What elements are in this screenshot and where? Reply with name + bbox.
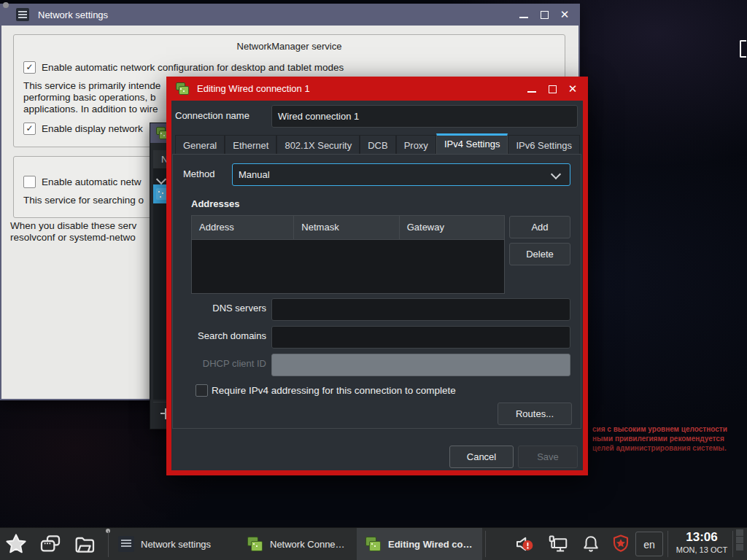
close-icon[interactable]: ✕: [560, 9, 570, 20]
search-domains-label: Search domains: [171, 330, 266, 341]
maximize-icon[interactable]: [547, 84, 557, 94]
tab-8021x-security[interactable]: 802.1X Security: [276, 135, 360, 155]
auto-network-checkbox-label: Enable automatic network configuration f…: [42, 62, 344, 73]
search-domains-input[interactable]: [271, 326, 570, 349]
security-shield-icon[interactable]: [610, 533, 632, 555]
tab-ipv4-settings[interactable]: IPv4 Settings: [436, 133, 508, 155]
connection-name-input[interactable]: Wired connection 1: [271, 105, 578, 128]
tab-general[interactable]: General: [175, 135, 225, 155]
close-icon[interactable]: ✕: [568, 84, 578, 94]
edit-connection-dialog: Editing Wired connection 1 ✕ Connection …: [166, 77, 588, 475]
clock-time: 13:06: [670, 530, 734, 545]
addresses-label: Addresses: [191, 198, 239, 209]
keyboard-layout-indicator[interactable]: en: [635, 532, 663, 556]
address-column-header[interactable]: Address: [192, 216, 294, 239]
auto-network-checkbox[interactable]: ✓: [23, 61, 36, 74]
addresses-table-header: Address Netmask Gateway: [192, 216, 504, 240]
netmask-column-header[interactable]: Netmask: [294, 216, 399, 239]
wired-network-icon[interactable]: [547, 533, 569, 555]
search-desc: This service for searching o: [23, 195, 144, 206]
footer-line2: resolvconf or systemd-netwo: [10, 232, 136, 243]
add-button[interactable]: Add: [509, 216, 570, 238]
method-label: Method: [183, 168, 214, 179]
separator: [485, 531, 486, 557]
service-desc-line3: applications. In addition to wire: [23, 104, 158, 114]
notifications-bell-icon[interactable]: [580, 533, 602, 555]
separator: [732, 531, 733, 557]
tab-dcb[interactable]: DCB: [360, 135, 395, 155]
tab-ethernet[interactable]: Ethernet: [225, 135, 276, 155]
tab-ipv6-settings[interactable]: IPv6 Settings: [508, 135, 580, 155]
desktop: сия с высоким уровнем целостности ными п…: [0, 0, 747, 560]
dns-servers-input[interactable]: [271, 298, 570, 321]
auto-search-checkbox-label: Enable automatic netw: [42, 176, 142, 187]
service-desc-line2: performing basic operations, b: [23, 92, 156, 103]
chevron-down-icon: [551, 169, 561, 179]
minimize-icon[interactable]: [519, 9, 529, 20]
network-settings-app-icon: [16, 8, 29, 21]
connection-name-label: Connection name: [175, 110, 249, 121]
require-ipv4-checkbox-label: Require IPv4 addressing for this connect…: [212, 385, 456, 396]
watermark-line: целей администрирования системы.: [592, 443, 727, 453]
clock[interactable]: 13:06 MON, 13 OCT: [670, 530, 734, 555]
corner-indicator-dot: [3, 2, 9, 8]
footer-line1: When you disable these serv: [10, 220, 136, 231]
network-settings-titlebar[interactable]: Network settings ✕: [0, 4, 580, 26]
dialog-body: Connection name Wired connection 1 Gener…: [171, 101, 583, 470]
file-manager-folder-icon[interactable]: [73, 532, 96, 556]
separator: [108, 531, 109, 557]
cancel-button[interactable]: Cancel: [449, 446, 514, 468]
require-ipv4-checkbox[interactable]: [196, 384, 208, 397]
tab-proxy[interactable]: Proxy: [396, 135, 436, 155]
screen-edge-cursor: [740, 40, 746, 58]
service-desc-line1: This service is primarily intende: [23, 80, 160, 91]
dns-servers-label: DNS servers: [171, 303, 266, 314]
favorites-star-icon[interactable]: [4, 532, 28, 556]
watermark-line: ными привилегиями рекомендуется: [592, 434, 727, 443]
taskbar: Network settings Network Connec… Editing…: [0, 527, 747, 560]
dialog-title: Editing Wired connection 1: [197, 83, 310, 94]
window-title: Network settings: [38, 9, 108, 20]
save-button: Save: [518, 446, 578, 468]
dhcp-client-id-input: [271, 354, 570, 376]
minimize-icon[interactable]: [527, 84, 537, 94]
auto-search-checkbox[interactable]: [23, 176, 36, 188]
routes-button[interactable]: Routes...: [498, 402, 572, 425]
watermark-line: сия с высоким уровнем целостности: [592, 424, 727, 434]
dialog-app-icon: [174, 82, 189, 96]
volume-muted-icon[interactable]: [514, 533, 535, 555]
tab-bar: General Ethernet 802.1X Security DCB Pro…: [175, 133, 580, 155]
dhcp-client-id-label: DHCP client ID: [171, 358, 266, 369]
edit-connection-titlebar[interactable]: Editing Wired connection 1 ✕: [166, 77, 588, 101]
panel-edge-widget[interactable]: [736, 529, 743, 551]
taskbar-item-editing-wired[interactable]: Editing Wired co…: [357, 528, 482, 560]
taskbar-item-network-connections[interactable]: Network Connec…: [239, 528, 356, 560]
window-list-icon[interactable]: [39, 532, 62, 556]
network-connections-app-icon: [246, 535, 263, 553]
delete-button[interactable]: Delete: [509, 243, 570, 265]
desktop-watermark: сия с высоким уровнем целостности ными п…: [592, 424, 727, 453]
display-network-checkbox-label: Enable display network: [42, 123, 143, 134]
display-network-checkbox[interactable]: ✓: [23, 122, 36, 135]
network-settings-app-icon: [118, 536, 134, 552]
separator: [667, 531, 668, 557]
gateway-column-header[interactable]: Gateway: [400, 216, 504, 239]
method-dropdown[interactable]: Manual: [232, 163, 570, 186]
group-title: NetworkManager service: [14, 41, 565, 52]
maximize-icon[interactable]: [539, 9, 549, 20]
taskbar-item-network-settings[interactable]: Network settings: [111, 528, 237, 560]
addresses-table[interactable]: Address Netmask Gateway: [191, 215, 505, 294]
clock-date: MON, 13 OCT: [670, 545, 734, 555]
chevron-down-icon[interactable]: [156, 174, 166, 184]
network-connections-app-icon: [364, 535, 382, 553]
